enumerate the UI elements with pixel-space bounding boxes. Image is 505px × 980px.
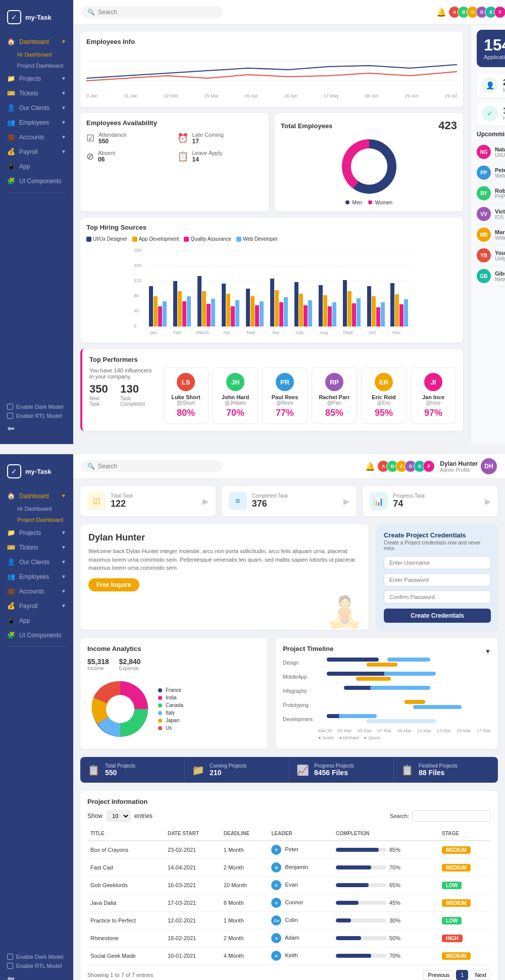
performers-title: Top Performers (89, 356, 456, 363)
task-card-arrow[interactable]: ▶ (343, 497, 349, 506)
sidebar2-item-accounts[interactable]: 💼 Accounts ▼ (0, 584, 73, 598)
create-credentials-button[interactable]: Create Credentials (384, 609, 491, 623)
search-box[interactable]: 🔍 (81, 6, 223, 18)
main-hr: 🔍 🔔 A B C D E F Dylan Hunte (73, 0, 505, 444)
sidebar2-sub-hr[interactable]: Hr Dashboard (0, 503, 73, 514)
notification-bell-2[interactable]: 🔔 (365, 462, 375, 471)
dark-mode-checkbox-2[interactable] (7, 954, 13, 960)
search-input-2[interactable] (98, 463, 217, 470)
performer-avatar: ER (375, 373, 393, 391)
sidebar-item-employees[interactable]: 👥 Employees ▼ (0, 115, 73, 130)
leader-avatar: Co (271, 915, 281, 925)
sidebar-item-app[interactable]: 📱 App (0, 159, 73, 174)
search-input[interactable] (98, 9, 217, 16)
sidebar-sub-hr[interactable]: Hr Dashboard (0, 49, 73, 60)
performer-card: ER Eric Reid @Eric 95% (361, 367, 407, 424)
sidebar-item-accounts[interactable]: 💼 Accounts ▼ (0, 130, 73, 144)
x-label: 29 Jun (405, 93, 419, 98)
notification-bell[interactable]: 🔔 (436, 8, 446, 17)
task-card-arrow[interactable]: ▶ (203, 497, 209, 506)
logout-button[interactable]: ⬅ (7, 423, 66, 434)
dark-mode-toggle-2[interactable]: Enable Dark Model (7, 954, 66, 960)
sidebar2-item-ui[interactable]: 🧩 UI Components (0, 628, 73, 642)
bottom-stat-num: 8456 Files (314, 769, 354, 777)
username-input[interactable] (384, 556, 491, 569)
performer-name: Paul Rees (267, 394, 303, 400)
page-1-btn[interactable]: 1 (456, 970, 468, 980)
svg-rect-42 (299, 294, 303, 326)
expense-sublabel: Expense (119, 666, 141, 671)
cell-date: 16-03-2021 (165, 877, 221, 894)
sidebar2-item-tickets[interactable]: 🎫 Tickets ▼ (0, 540, 73, 555)
confirm-password-input[interactable] (384, 590, 491, 604)
search-label: Search: (390, 813, 409, 819)
sidebar2-item-clients[interactable]: 👤 Our Clients ▼ (0, 555, 73, 569)
sidebar2-item-payroll[interactable]: 💰 Payroll ▼ (0, 598, 73, 613)
section-hr-dashboard: ✓ my-Task 🏠 Dashboard ▼ Hr Dashboard Pro… (0, 0, 505, 444)
search-icon-2: 🔍 (87, 463, 95, 470)
legend-us: Us (158, 725, 183, 731)
interview-name: Robert Young (495, 188, 505, 194)
interview-role: Unity 3d (495, 256, 505, 261)
bottom-stat-num: 210 (210, 769, 246, 777)
performer-name: Eric Reid (366, 394, 402, 400)
sidebar2-item-app[interactable]: 📱 App (0, 613, 73, 628)
sidebar2-item-employees[interactable]: 👥 Employees ▼ (0, 569, 73, 584)
pie-legend: France India Canada Italy Japan Us (158, 687, 183, 731)
col-deadline: DEADLINE (221, 827, 269, 841)
avatar-group: A B C D E F (451, 6, 505, 18)
col-stage: STAGE (439, 827, 491, 841)
svg-rect-32 (235, 300, 239, 326)
timeline-dropdown-icon[interactable]: ▼ (485, 648, 491, 655)
interview-role: Writer (495, 235, 505, 241)
sidebar-sub-project[interactable]: Project Dashboard (0, 60, 73, 71)
task-card-arrow[interactable]: ▶ (485, 497, 491, 506)
rtl-mode-toggle-2[interactable]: Enable RTL Model (7, 963, 66, 969)
free-inquire-button[interactable]: Free Inquire (88, 578, 139, 591)
caret-icon: ▼ (61, 76, 66, 81)
sidebar2-item-dashboard[interactable]: 🏠 Dashboard ▼ (0, 488, 73, 503)
dark-mode-toggle[interactable]: Enable Dark Model (7, 404, 66, 410)
bar-chart: 200 160 120 80 40 0 (86, 246, 457, 337)
sidebar-item-payroll[interactable]: 💰 Payroll ▼ (0, 144, 73, 159)
sidebar2-sub-project[interactable]: Project Dashboard (0, 514, 73, 525)
section-project-dashboard: ✓ my-Task 🏠 Dashboard ▼ Hr Dashboard Pro… (0, 454, 505, 980)
gantt-label: Development (283, 717, 318, 722)
svg-text:40: 40 (134, 308, 139, 313)
sidebar-item-label: Dashboard (19, 493, 49, 500)
x-label: 05 Apr (245, 93, 258, 98)
sidebar-item-label: Projects (19, 75, 41, 82)
show-label: Show (87, 812, 103, 820)
sidebar-item-ui[interactable]: 🧩 UI Components (0, 174, 73, 188)
next-page-btn[interactable]: Next (470, 970, 491, 980)
show-entries-select[interactable]: 10 25 50 (107, 810, 130, 822)
rtl-mode-toggle[interactable]: Enable RTL Model (7, 413, 66, 419)
dark-mode-checkbox[interactable] (7, 404, 13, 410)
prev-page-btn[interactable]: Previous (423, 970, 454, 980)
rtl-mode-checkbox-2[interactable] (7, 963, 13, 969)
cred-subtitle: Create a Project credentials now and nev… (384, 540, 491, 551)
gantt-row-development: Development (283, 714, 491, 724)
sidebar-item-dashboard[interactable]: 🏠 Dashboard ▼ (0, 34, 73, 49)
progress-bar-fill (336, 848, 379, 852)
svg-rect-22 (178, 291, 182, 326)
performer-pct: 80% (168, 408, 204, 418)
bottom-stats: 📋 Total Projects 550 📁 Coming Projects 2… (80, 757, 498, 783)
sidebar-item-tickets[interactable]: 🎫 Tickets ▼ (0, 86, 73, 100)
sidebar-item-projects[interactable]: 📁 Projects ▼ (0, 71, 73, 86)
svg-rect-44 (308, 300, 312, 326)
table-search-input[interactable] (412, 810, 491, 822)
task-card-num: 122 (111, 499, 133, 509)
search-box-2[interactable]: 🔍 (81, 460, 223, 472)
availability-card: Employees Availability ☑ Attendance 550 (80, 113, 269, 211)
sidebar-item-label: Payroll (19, 148, 38, 155)
sidebar-item-clients[interactable]: 👤 Our Clients ▼ (0, 100, 73, 115)
logout-button-2[interactable]: ⬅ (7, 973, 66, 980)
sidebar2-item-projects[interactable]: 📁 Projects ▼ (0, 525, 73, 540)
stage-badge: HIGH (442, 935, 463, 942)
password-input[interactable] (384, 573, 491, 586)
rtl-mode-checkbox[interactable] (7, 413, 13, 419)
progress-bar-fill (336, 936, 361, 940)
svg-text:Feb: Feb (173, 330, 181, 335)
absent-label: Absent (98, 150, 115, 156)
